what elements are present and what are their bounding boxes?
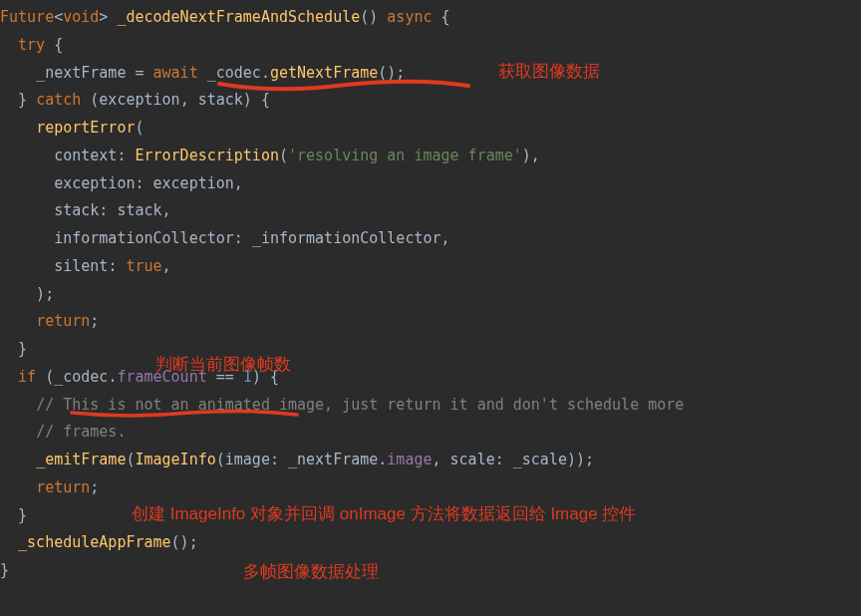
fn-getnextframe: getNextFrame [270, 64, 378, 82]
fn-errordesc: ErrorDescription [135, 147, 279, 164]
keyword-void: void [63, 8, 99, 26]
string-literal: 'resolving an image frame' [288, 147, 522, 164]
keyword-return: return [36, 312, 90, 330]
keyword-if: if [18, 368, 36, 386]
keyword-return: return [36, 478, 90, 496]
comment: // frames. [36, 423, 126, 441]
keyword-async: async [387, 8, 431, 26]
field-framecount: frameCount [117, 368, 206, 386]
literal-true: true [126, 257, 161, 275]
fn-decode: _decodeNextFrameAndSchedule [117, 8, 360, 26]
keyword-catch: catch [36, 91, 81, 109]
fn-emitframe: _emitFrame [36, 451, 126, 468]
fn-reporterror: reportError [36, 119, 135, 137]
keyword-try: try [18, 36, 45, 54]
number-literal: 1 [243, 368, 252, 386]
code-block: Future<void> _decodeNextFrameAndSchedule… [0, 0, 861, 585]
fn-imageinfo: ImageInfo [135, 451, 215, 468]
var-codec: _codec [207, 64, 261, 82]
comment: // This is not an animated image, just r… [36, 396, 684, 414]
keyword-future: Future [0, 8, 54, 26]
fn-scheduleappframe: _scheduleAppFrame [18, 533, 171, 551]
keyword-await: await [153, 64, 198, 82]
var-nextframe: _nextFrame [36, 64, 126, 82]
